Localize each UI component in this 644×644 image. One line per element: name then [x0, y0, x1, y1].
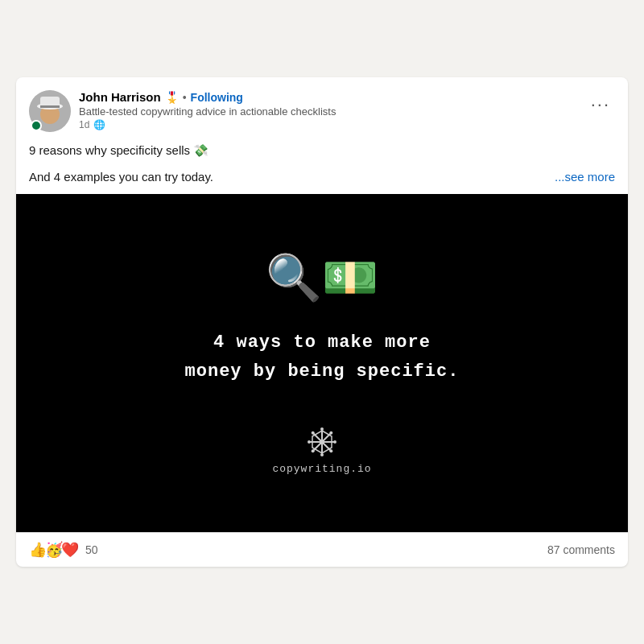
- svg-point-17: [329, 449, 332, 452]
- svg-point-13: [333, 440, 336, 444]
- globe-icon: 🌐: [93, 119, 105, 130]
- post-meta: 1d 🌐: [79, 119, 336, 130]
- reactions: 👍 🥳 ❤️ 50: [29, 541, 98, 559]
- svg-point-10: [320, 427, 324, 431]
- post-text: 9 reasons why specificity sells 💸 And 4 …: [16, 138, 628, 194]
- reaction-icons: 👍 🥳 ❤️: [29, 541, 77, 559]
- comments-count[interactable]: 87 comments: [547, 543, 615, 556]
- image-title-line2: money by being specific.: [185, 361, 460, 382]
- see-more-button[interactable]: ...see more: [555, 168, 615, 187]
- image-title: 4 ways to make more money by being speci…: [185, 328, 460, 385]
- post-header: John Harrison 🎖️ • Following Battle-test…: [16, 77, 628, 138]
- brand-logo-area: copywriting.io: [272, 426, 371, 475]
- author-name: John Harrison: [79, 90, 161, 104]
- svg-point-15: [329, 431, 332, 434]
- post-footer: 👍 🥳 ❤️ 50 87 comments: [16, 532, 628, 567]
- love-emoji: ❤️: [61, 541, 79, 559]
- more-options-button[interactable]: ...: [586, 90, 615, 111]
- like-emoji: 👍: [29, 541, 47, 559]
- reaction-count: 50: [85, 543, 98, 556]
- author-badge: 🎖️: [165, 91, 179, 104]
- following-label[interactable]: Following: [191, 91, 243, 104]
- brand-name: copywriting.io: [272, 463, 371, 475]
- post-line2-text: And 4 examples you can try today.: [29, 170, 213, 184]
- author-subtitle: Battle-tested copywriting advice in acti…: [79, 105, 336, 118]
- svg-rect-4: [40, 105, 60, 108]
- post-line2: And 4 examples you can try today. ...see…: [29, 168, 615, 187]
- svg-point-11: [320, 453, 324, 456]
- online-indicator: [31, 120, 42, 131]
- celebrate-emoji: 🥳: [45, 541, 63, 559]
- post-card: John Harrison 🎖️ • Following Battle-test…: [16, 77, 628, 567]
- image-title-line1: 4 ways to make more: [213, 332, 431, 353]
- money-emoji: 🔍💵: [266, 251, 378, 304]
- post-image: 🔍💵 4 ways to make more money by being sp…: [16, 194, 628, 532]
- author-name-row: John Harrison 🎖️ • Following: [79, 90, 336, 104]
- svg-point-14: [312, 431, 315, 434]
- post-time: 1d: [79, 119, 89, 130]
- svg-point-16: [312, 449, 315, 452]
- author-info: John Harrison 🎖️ • Following Battle-test…: [79, 90, 336, 130]
- avatar: [29, 90, 71, 132]
- brand-logo-icon: [306, 426, 338, 458]
- svg-point-12: [308, 440, 311, 444]
- svg-point-18: [320, 440, 324, 444]
- following-dot: •: [183, 91, 187, 104]
- post-line1: 9 reasons why specificity sells 💸: [29, 142, 615, 160]
- header-left: John Harrison 🎖️ • Following Battle-test…: [29, 90, 336, 132]
